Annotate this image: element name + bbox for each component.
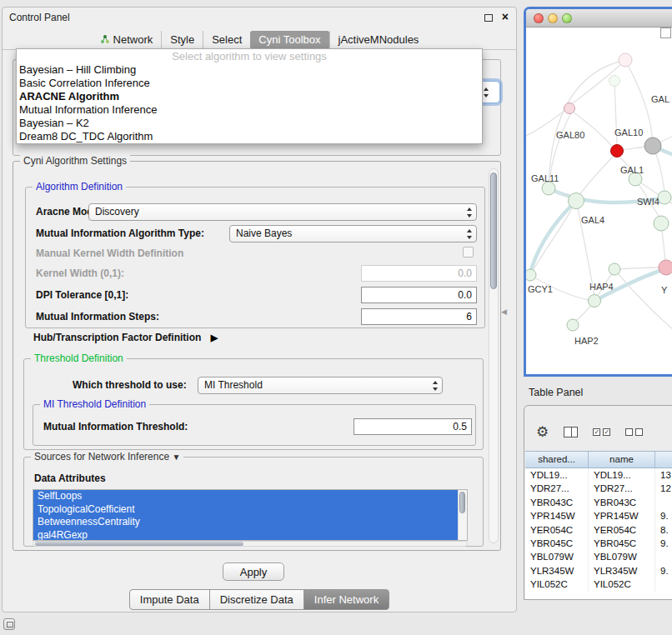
dropdown-item[interactable]: Bayesian – K2	[17, 117, 482, 130]
dropdown-item[interactable]: Bayesian – Hill Climbing	[17, 63, 482, 77]
close-traffic-light[interactable]	[534, 13, 544, 23]
cell[interactable]: YDR27...	[525, 482, 589, 495]
table-row[interactable]: YIL052C YIL052C	[525, 578, 672, 591]
hub-section-toggle[interactable]: Hub/Transcription Factor Definition ▶	[33, 332, 218, 343]
column-header-name[interactable]: name	[589, 452, 655, 468]
column-header[interactable]	[655, 452, 672, 468]
dpi-tolerance-field[interactable]: 0.0	[361, 287, 477, 303]
cell[interactable]: YPR145W	[589, 509, 655, 522]
tab-jactivemnodules[interactable]: jActiveMNodules	[329, 31, 428, 49]
cell[interactable]: YLR345W	[525, 564, 589, 578]
scrollbar-thumb[interactable]	[459, 492, 465, 513]
cell[interactable]: 9.	[655, 564, 672, 578]
cell[interactable]: 12	[655, 482, 672, 495]
cell[interactable]: YBR045C	[525, 537, 589, 550]
zoom-traffic-light[interactable]	[562, 13, 572, 23]
dropdown-item-selected[interactable]: ARACNE Algorithm	[17, 90, 482, 103]
float-window-icon[interactable]	[484, 14, 493, 22]
graph-node[interactable]	[569, 193, 584, 209]
table-row[interactable]: YBR045C YBR045C 9.	[525, 537, 672, 550]
list-item[interactable]: BetweennessCentrality	[33, 516, 458, 529]
cell[interactable]: YBL079W	[525, 550, 589, 563]
list-item[interactable]: TopologicalCoefficient	[33, 503, 458, 517]
deselect-all-columns-icon[interactable]	[625, 428, 643, 436]
table-row[interactable]: YER054C YER054C 8.	[525, 523, 672, 537]
panel-collapse-arrow[interactable]: ◀	[501, 308, 507, 316]
close-icon[interactable]: ×	[502, 10, 509, 23]
scrollbar-thumb[interactable]	[490, 172, 497, 289]
cell[interactable]: YBR043C	[525, 496, 589, 509]
tab-cyni-toolbox[interactable]: Cyni Toolbox	[250, 31, 328, 49]
mi-algorithm-type-select[interactable]: Naive Bayes	[229, 225, 477, 242]
cell[interactable]: YDL19...	[525, 468, 589, 482]
tab-style[interactable]: Style	[161, 31, 203, 49]
table-row[interactable]: YDR27... YDR27... 12	[525, 482, 672, 495]
graph-node[interactable]	[619, 53, 632, 67]
list-vertical-scrollbar[interactable]	[458, 490, 467, 540]
mi-steps-field[interactable]: 6	[361, 308, 477, 325]
cell[interactable]: YBR043C	[589, 496, 655, 509]
tab-select[interactable]: Select	[203, 31, 250, 49]
graph-node-red[interactable]	[611, 145, 624, 158]
scrollbar-thumb[interactable]	[35, 542, 243, 546]
which-threshold-select[interactable]: MI Threshold	[198, 377, 443, 394]
select-all-columns-icon[interactable]: ✓ ✓	[593, 428, 610, 436]
aracne-mode-select[interactable]: Discovery	[88, 203, 477, 221]
cell[interactable]: YIL052C	[525, 578, 589, 591]
settings-scrollbar[interactable]	[489, 168, 499, 543]
graph-node[interactable]	[542, 182, 555, 195]
kernel-width-field[interactable]: 0.0	[361, 265, 477, 282]
cell[interactable]: YPR145W	[525, 509, 589, 522]
cell[interactable]: 9.	[655, 537, 672, 550]
column-header-shared-name[interactable]: shared...	[525, 452, 589, 468]
table-row[interactable]: YLR345W YLR345W 9.	[525, 564, 672, 578]
dropdown-item[interactable]: Mutual Information Inference	[17, 103, 482, 117]
cell[interactable]	[655, 550, 672, 563]
cell[interactable]: YER054C	[525, 523, 589, 537]
cell[interactable]: YBR045C	[589, 537, 655, 550]
tab-impute-data[interactable]: Impute Data	[129, 589, 210, 610]
cell[interactable]	[655, 496, 672, 509]
graph-node[interactable]	[654, 216, 669, 231]
graph-node[interactable]	[526, 269, 536, 281]
table-row[interactable]: YDL19... YDL19... 13	[525, 468, 672, 482]
settings-gear-icon[interactable]: ⚙	[536, 423, 549, 441]
cell[interactable]: YDR27...	[589, 482, 655, 495]
tab-network[interactable]: Network	[92, 31, 162, 49]
tab-infer-network[interactable]: Infer Network	[303, 589, 389, 610]
overview-toggle[interactable]	[660, 28, 671, 38]
cell[interactable]: 9.	[655, 509, 672, 522]
dropdown-item[interactable]: Dream8 DC_TDC Algorithm	[17, 130, 482, 143]
columns-icon[interactable]	[564, 427, 578, 438]
cell[interactable]: YDL19...	[589, 468, 655, 482]
list-item[interactable]: SelfLoops	[33, 490, 458, 503]
table-row[interactable]: YPR145W YPR145W 9.	[525, 509, 672, 522]
graph-node[interactable]	[659, 260, 672, 275]
network-graph[interactable]: GAL GAL80 GAL10 GAL11 GAL1 SWI4 GAL4 GCY…	[526, 28, 672, 374]
cell[interactable]: 8.	[655, 523, 672, 537]
graph-node[interactable]	[609, 263, 620, 275]
sources-group-title[interactable]: Sources for Network Inference ▼	[31, 451, 183, 462]
cell[interactable]: YER054C	[589, 523, 655, 537]
manual-kernel-checkbox[interactable]	[463, 247, 474, 258]
table-row[interactable]: YBR043C YBR043C	[525, 496, 672, 509]
cell[interactable]	[655, 578, 672, 591]
graph-node[interactable]	[658, 191, 671, 204]
graph-node[interactable]	[564, 103, 575, 114]
network-window-titlebar[interactable]	[526, 9, 672, 28]
cell[interactable]: 13	[655, 468, 672, 482]
graph-node[interactable]	[609, 76, 620, 87]
mi-threshold-field[interactable]: 0.5	[354, 418, 472, 435]
minimize-traffic-light[interactable]	[548, 13, 558, 23]
graph-node[interactable]	[589, 295, 601, 308]
list-horizontal-scrollbar[interactable]	[33, 541, 468, 547]
dropdown-item[interactable]: Basic Correlation Inference	[17, 77, 482, 90]
apply-button[interactable]: Apply	[223, 562, 284, 581]
graph-node[interactable]	[644, 138, 661, 154]
minimized-panel-icon[interactable]	[3, 618, 15, 630]
network-canvas[interactable]: GAL GAL80 GAL10 GAL11 GAL1 SWI4 GAL4 GCY…	[526, 28, 672, 374]
table-row[interactable]: YBL079W YBL079W	[525, 550, 672, 563]
list-item[interactable]: gal4RGexp	[33, 529, 458, 542]
tab-discretize-data[interactable]: Discretize Data	[209, 589, 304, 610]
cell[interactable]: YIL052C	[589, 578, 655, 591]
